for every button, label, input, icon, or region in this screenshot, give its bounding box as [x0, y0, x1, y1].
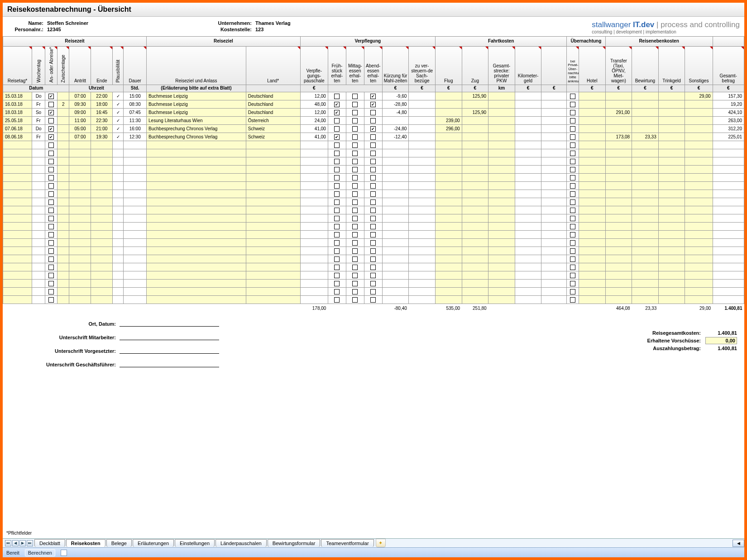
sheet-tab[interactable]: Einstellungen: [175, 539, 215, 547]
cell-abend[interactable]: [364, 223, 382, 231]
checkbox[interactable]: [370, 297, 376, 303]
cell-priv[interactable]: [567, 166, 579, 174]
checkbox[interactable]: [370, 240, 376, 246]
cell-abend[interactable]: [364, 182, 382, 190]
cell-tg[interactable]: [658, 109, 685, 117]
checkbox[interactable]: [570, 281, 575, 286]
cell-priv[interactable]: [567, 182, 579, 190]
cell-mittag[interactable]: [346, 214, 364, 223]
checkbox[interactable]: [370, 273, 376, 278]
cell-flug[interactable]: [435, 133, 462, 141]
cell-tg[interactable]: [658, 100, 685, 109]
checkbox[interactable]: [570, 191, 575, 197]
cell-end[interactable]: [91, 263, 113, 271]
cell-hotel[interactable]: [579, 206, 605, 214]
checkbox[interactable]: [570, 224, 575, 229]
cell-bw[interactable]: [632, 149, 659, 157]
checkbox[interactable]: [334, 240, 340, 246]
cell-ant[interactable]: [69, 255, 91, 263]
cell-zw[interactable]: [57, 166, 69, 174]
checkbox[interactable]: [48, 224, 54, 229]
cell-land[interactable]: [246, 263, 300, 271]
cell-abend[interactable]: [364, 231, 382, 239]
cell-land[interactable]: [246, 214, 300, 223]
tab-last-icon[interactable]: ⏭: [27, 540, 33, 546]
cell-zug[interactable]: [462, 166, 488, 174]
checkbox[interactable]: [370, 126, 376, 132]
cell-ab[interactable]: [45, 100, 57, 109]
cell-so[interactable]: [685, 223, 713, 231]
cell-hotel[interactable]: [579, 280, 605, 288]
cell-ant[interactable]: 07:00: [69, 92, 91, 100]
cell-bw[interactable]: [632, 141, 659, 149]
cell-priv[interactable]: [567, 125, 579, 133]
cell-so[interactable]: [685, 117, 713, 125]
cell-land[interactable]: [246, 149, 300, 157]
cell-zug[interactable]: 125,90: [462, 109, 488, 117]
cell-tg[interactable]: [658, 141, 685, 149]
cell-zug[interactable]: [462, 174, 488, 182]
cell-tr[interactable]: [605, 223, 632, 231]
cell-end[interactable]: [91, 280, 113, 288]
cell-flug[interactable]: [435, 190, 462, 198]
checkbox[interactable]: [370, 208, 376, 213]
cell-so[interactable]: [685, 109, 713, 117]
checkbox[interactable]: [334, 183, 340, 189]
cell-pkw[interactable]: [488, 125, 515, 133]
cell-ab[interactable]: [45, 133, 57, 141]
cell-priv[interactable]: [567, 288, 579, 296]
checkbox[interactable]: [370, 232, 376, 237]
cell-ant[interactable]: 11:00: [69, 117, 91, 125]
cell-priv[interactable]: [567, 174, 579, 182]
cell-bw[interactable]: [632, 125, 659, 133]
cell-priv[interactable]: [567, 296, 579, 304]
cell-hotel[interactable]: [579, 223, 605, 231]
cell-end[interactable]: [91, 214, 113, 223]
cell-flug[interactable]: [435, 280, 462, 288]
cell-hotel[interactable]: [579, 149, 605, 157]
cell-date[interactable]: 07.06.18: [3, 125, 32, 133]
cell-ziel[interactable]: [147, 223, 246, 231]
cell-hotel[interactable]: [579, 109, 605, 117]
cell-tr[interactable]: [605, 100, 632, 109]
checkbox[interactable]: [48, 183, 54, 189]
cell-zw[interactable]: [57, 263, 69, 271]
cell-zug[interactable]: [462, 125, 488, 133]
checkbox[interactable]: [48, 94, 54, 99]
cell-hotel[interactable]: [579, 141, 605, 149]
cell-bw[interactable]: [632, 239, 659, 247]
cell-tg[interactable]: [658, 263, 685, 271]
checkbox[interactable]: [570, 232, 575, 237]
cell-abend[interactable]: [364, 247, 382, 255]
cell-frueh[interactable]: [328, 214, 346, 223]
cell-date[interactable]: [3, 288, 32, 296]
cell-zug[interactable]: [462, 247, 488, 255]
cell-tr[interactable]: [605, 182, 632, 190]
cell-priv[interactable]: [567, 141, 579, 149]
checkbox[interactable]: [352, 191, 358, 197]
checkbox[interactable]: [370, 142, 376, 148]
cell-end[interactable]: 21:00: [91, 125, 113, 133]
cell-tr[interactable]: [605, 231, 632, 239]
cell-pkw[interactable]: [488, 92, 515, 100]
checkbox[interactable]: [570, 273, 575, 278]
checkbox[interactable]: [48, 191, 54, 197]
cell-mittag[interactable]: [346, 231, 364, 239]
cell-frueh[interactable]: [328, 174, 346, 182]
cell-bw[interactable]: [632, 198, 659, 206]
cell-ab[interactable]: [45, 214, 57, 223]
cell-date[interactable]: [3, 231, 32, 239]
cell-zw[interactable]: [57, 198, 69, 206]
cell-tr[interactable]: [605, 288, 632, 296]
cell-land[interactable]: [246, 247, 300, 255]
checkbox[interactable]: [334, 265, 340, 270]
cell-frueh[interactable]: [328, 223, 346, 231]
checkbox[interactable]: [370, 224, 376, 229]
cell-bw[interactable]: [632, 280, 659, 288]
checkbox[interactable]: [570, 216, 575, 221]
sheet-tab[interactable]: Erläuterungen: [133, 539, 174, 547]
checkbox[interactable]: [334, 208, 340, 213]
cell-tr[interactable]: [605, 296, 632, 304]
cell-flug[interactable]: [435, 174, 462, 182]
cell-tr[interactable]: [605, 166, 632, 174]
